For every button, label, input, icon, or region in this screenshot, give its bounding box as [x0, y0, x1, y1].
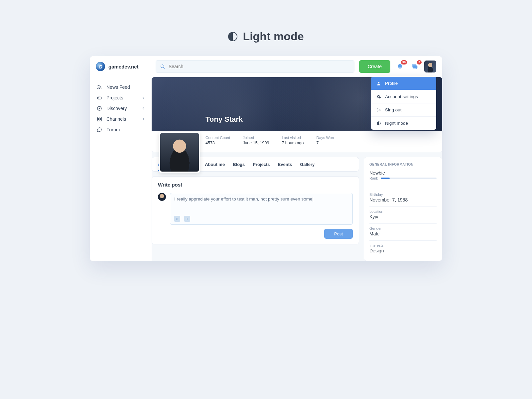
attach-icon[interactable]: ＋	[184, 216, 190, 222]
sidebar-item-discovery[interactable]: Discovery	[93, 103, 148, 114]
info-birthday: Birthday November 7, 1988	[369, 190, 437, 207]
chat-icon	[96, 127, 102, 132]
sidebar-item-projects[interactable]: Projects	[93, 92, 148, 103]
stat-content-count: Content Count 4573	[205, 136, 230, 145]
stat-label: Content Count	[205, 136, 230, 140]
notifications-button[interactable]: 99	[395, 62, 405, 71]
gamepad-icon	[96, 95, 102, 100]
dropdown-item-label: Account settings	[385, 94, 418, 99]
brand-name: gamedev.net	[108, 64, 139, 69]
svg-point-2	[378, 82, 380, 83]
sidebar-item-forum[interactable]: Forum	[93, 124, 148, 135]
write-post-title: Write post	[158, 182, 353, 188]
stat-label: Joined	[243, 136, 269, 140]
stat-value: 7 hours ago	[282, 141, 304, 145]
info-gender: Gender Male	[369, 224, 437, 241]
sidebar-item-label: News Feed	[106, 84, 130, 90]
write-post-card: Write post ☺ ＋	[152, 176, 359, 244]
info-key: Birthday	[369, 193, 437, 197]
compose-textarea[interactable]	[174, 197, 348, 213]
gear-icon	[376, 94, 381, 99]
profile-name: Tony Stark	[205, 115, 243, 124]
svg-rect-14	[100, 119, 101, 121]
topbar: G gamedev.net Create 99 3	[90, 56, 442, 77]
profile-avatar[interactable]	[159, 132, 200, 173]
tab-about[interactable]: About me	[205, 158, 225, 171]
notifications-badge: 99	[401, 60, 407, 65]
svg-point-0	[161, 65, 164, 68]
svg-rect-11	[97, 117, 99, 119]
svg-marker-10	[98, 107, 100, 109]
chevron-left-icon	[142, 117, 145, 121]
user-avatar[interactable]	[424, 61, 436, 72]
emoji-icon[interactable]: ☺	[174, 216, 180, 222]
search-input[interactable]	[169, 64, 350, 69]
info-location: Location Kyiv	[369, 207, 437, 224]
stat-joined: Joined June 15, 1999	[243, 136, 269, 145]
tab-projects[interactable]: Projects	[253, 158, 270, 171]
app-window: G gamedev.net Create 99 3 Profile	[90, 56, 442, 261]
info-value: Design	[369, 248, 437, 253]
rank-progress-fill	[381, 178, 390, 179]
rank-progress	[381, 178, 437, 179]
general-info-card: GENERAL INFORMATION Newbie Rank Birthday…	[364, 157, 442, 261]
dropdown-item-label: Sing out	[385, 107, 402, 112]
sidebar-item-label: Channels	[106, 116, 126, 122]
avatar-image	[160, 133, 199, 172]
sidebar-item-label: Projects	[106, 95, 123, 100]
compass-icon	[96, 106, 102, 111]
dropdown-item-profile[interactable]: Profile	[371, 77, 436, 90]
dropdown-item-settings[interactable]: Account settings	[371, 90, 436, 103]
info-value: November 7, 1988	[369, 197, 437, 202]
rss-icon	[96, 84, 102, 90]
svg-rect-13	[97, 119, 99, 121]
sidebar-item-channels[interactable]: Channels	[93, 114, 148, 124]
svg-rect-12	[100, 117, 101, 119]
sidebar-item-label: Forum	[106, 127, 120, 132]
brand[interactable]: G gamedev.net	[96, 62, 151, 71]
user-icon	[376, 81, 381, 86]
mode-heading-text: Light mode	[243, 30, 304, 43]
info-value: Male	[369, 231, 437, 236]
user-dropdown: Profile Account settings Sing out Night …	[371, 77, 436, 130]
create-button[interactable]: Create	[359, 60, 390, 73]
tab-gallery[interactable]: Gallery	[300, 158, 315, 171]
chevron-left-icon	[142, 107, 145, 110]
dropdown-item-label: Night mode	[385, 121, 408, 126]
svg-line-1	[164, 67, 165, 68]
brand-logo-icon: G	[96, 62, 105, 71]
contrast-icon	[228, 32, 237, 41]
sidebar-item-newsfeed[interactable]: News Feed	[93, 82, 148, 92]
search-icon	[160, 64, 165, 69]
tab-events[interactable]: Events	[278, 158, 292, 171]
tab-blogs[interactable]: Blogs	[233, 158, 245, 171]
info-key: Interests	[369, 243, 437, 247]
stat-last-visited: Last visited 7 hours ago	[282, 136, 304, 145]
stat-label: Days Won	[316, 136, 334, 140]
info-heading: GENERAL INFORMATION	[369, 163, 437, 166]
stat-value: June 15, 1999	[243, 141, 269, 145]
stat-label: Last visited	[282, 136, 304, 140]
signout-icon	[376, 108, 381, 112]
compose-box[interactable]: ☺ ＋	[170, 193, 353, 225]
rank-label: Rank	[369, 176, 378, 180]
contrast-icon	[376, 121, 381, 126]
svg-point-5	[97, 88, 98, 89]
dropdown-item-signout[interactable]: Sing out	[371, 103, 436, 116]
rank-value: Newbie	[369, 170, 437, 176]
info-key: Gender	[369, 226, 437, 230]
stat-value: 7	[316, 141, 334, 145]
post-button[interactable]: Post	[324, 229, 353, 239]
stat-days-won: Days Won 7	[316, 136, 334, 145]
messages-badge: 3	[417, 60, 422, 65]
info-value: Kyiv	[369, 214, 437, 219]
sidebar-item-label: Discovery	[106, 106, 127, 111]
dropdown-item-nightmode[interactable]: Night mode	[371, 116, 436, 130]
info-interests: Interests Design	[369, 241, 437, 257]
search-field[interactable]	[156, 60, 354, 73]
mode-heading: Light mode	[0, 0, 532, 56]
chevron-left-icon	[142, 96, 145, 99]
messages-button[interactable]: 3	[410, 62, 420, 71]
svg-rect-6	[97, 97, 101, 99]
grid-icon	[96, 116, 102, 122]
